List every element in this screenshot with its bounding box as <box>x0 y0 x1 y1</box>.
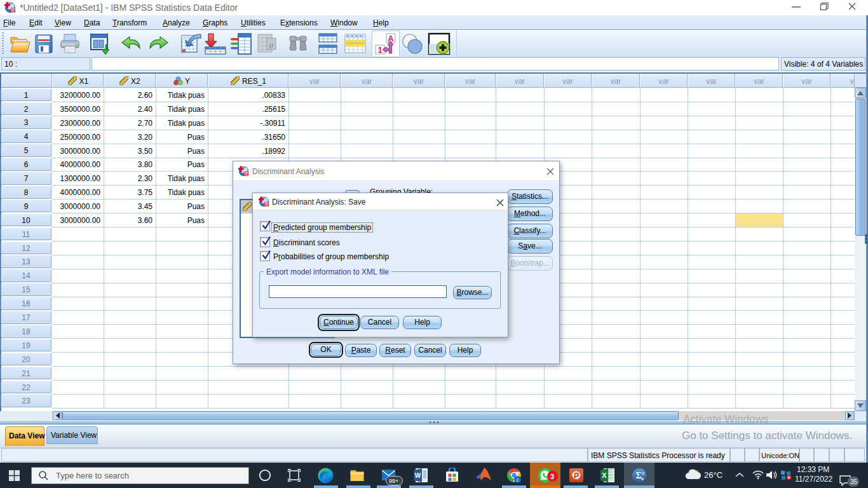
svg-text:μ: μ <box>269 39 274 49</box>
svg-text:X: X <box>602 471 607 479</box>
svg-text:Σ: Σ <box>635 471 641 480</box>
svg-text:P: P <box>574 471 579 480</box>
svg-text:α: α <box>642 471 644 475</box>
svg-text:1: 1 <box>377 45 382 55</box>
svg-text:W: W <box>415 472 421 479</box>
